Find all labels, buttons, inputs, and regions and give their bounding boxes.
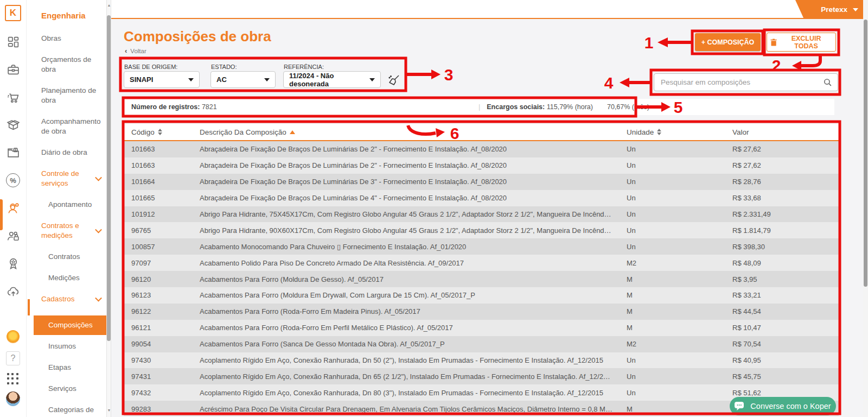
column-valor[interactable]: Valor — [732, 128, 839, 136]
table-row[interactable]: 101664 Abraçadeira De Fixação De Braços … — [124, 174, 839, 190]
annotation-number-2: 2 — [772, 56, 781, 74]
table-row[interactable]: 101663 Abraçadeira De Fixação De Braços … — [124, 157, 839, 174]
page-scrollbar-thumb[interactable] — [864, 20, 867, 287]
worker-icon[interactable] — [6, 201, 20, 215]
sidebar-item-contratos-medicoes[interactable]: Contratos e medições — [41, 221, 102, 241]
arrowhead — [620, 78, 629, 87]
table-row[interactable]: 96121 Acabamentos Para Forro (Roda-Forro… — [124, 320, 839, 336]
account-menu[interactable]: Pretexx — [795, 0, 868, 19]
sidebar-item-etapas[interactable]: Etapas — [48, 363, 102, 372]
cell-descricao: Acabamentos Para Forro (Moldura Em Drywa… — [200, 291, 627, 299]
folder-money-icon[interactable] — [6, 146, 20, 160]
encargos-hora: 115,79% (hora) — [547, 103, 593, 111]
column-codigo[interactable]: Código — [124, 128, 200, 136]
cell-codigo: 99054 — [124, 340, 200, 348]
sidebar-item-planejamento[interactable]: Planejamento de obra — [41, 86, 102, 105]
cell-codigo: 101912 — [124, 210, 200, 218]
back-link[interactable]: ‹Voltar — [125, 47, 146, 55]
table-row[interactable]: 99054 Acabamentos Para Forro (Sanca De G… — [124, 336, 839, 352]
sidebar-item-composicoes[interactable]: Composições — [34, 315, 106, 335]
sidebar-item-contratos[interactable]: Contratos — [48, 252, 102, 262]
cell-codigo: 101663 — [124, 161, 200, 169]
cell-descricao: Acoplamento Rígido Em Aço, Conexão Ranhu… — [200, 389, 627, 397]
filter-base-select[interactable]: SINAPI — [124, 71, 200, 88]
filter-estado-value: AC — [216, 75, 227, 84]
table-row[interactable]: 97430 Acoplamento Rígido Em Aço, Conexão… — [124, 352, 839, 369]
table-row[interactable]: 96123 Acabamentos Para Forro (Moldura Em… — [124, 287, 839, 304]
sidebar-scrollbar-thumb[interactable] — [107, 15, 111, 341]
table-body: 101663 Abraçadeira De Fixação De Braços … — [124, 141, 839, 416]
sidebar-item-acompanhamento[interactable]: Acompanhamento de obra — [41, 117, 102, 136]
delete-all-button[interactable]: EXCLUIR TODAS — [767, 33, 836, 52]
sidebar-item-label: Controle de serviços — [41, 169, 79, 187]
clean-filters-icon[interactable] — [385, 72, 401, 89]
sidebar-item-label: Cadastros — [41, 295, 75, 303]
table-row[interactable]: 101665 Abraçadeira De Fixação De Braços … — [124, 190, 839, 206]
chevron-left-icon: ‹ — [125, 47, 127, 55]
composicoes-table: Código Descrição Da Composição Unidade V… — [124, 124, 839, 416]
cell-descricao: Acoplamento Rígido Em Aço, Conexão Ranhu… — [200, 356, 627, 364]
cart-icon[interactable] — [6, 90, 20, 104]
table-row[interactable]: 100857 Acabamento Monocomando Para Chuve… — [124, 238, 839, 255]
percent-icon[interactable]: % — [6, 173, 20, 187]
cell-descricao: Abraçadeira De Fixação De Braços De Lumi… — [200, 178, 627, 186]
search-input[interactable] — [660, 78, 823, 87]
scroll-up-arrow[interactable]: ▲ — [107, 3, 111, 7]
sidebar: Engenharia Obras Orçamentos de obra Plan… — [26, 0, 106, 417]
sidebar-item-insumos[interactable]: Insumos — [48, 342, 102, 351]
cell-valor: R$ 33,21 — [732, 291, 839, 299]
cell-unidade: Un — [627, 161, 732, 169]
filter-estado-label: ESTADO: — [211, 64, 237, 70]
chevron-down-icon — [95, 226, 102, 233]
sidebar-item-medicoes[interactable]: Medições — [48, 273, 102, 283]
sun-icon[interactable] — [6, 330, 20, 344]
table-row[interactable]: 101663 Abraçadeira De Fixação De Braços … — [124, 141, 839, 157]
table-row[interactable]: 96122 Acabamentos Para Forro (Roda-Forro… — [124, 304, 839, 320]
cell-valor: R$ 27,62 — [732, 145, 839, 153]
help-icon[interactable]: ? — [6, 351, 20, 365]
apps-grid-icon[interactable] — [6, 372, 20, 386]
registros-value: 7821 — [202, 103, 217, 111]
cell-codigo: 96123 — [124, 291, 200, 299]
column-label: Código — [131, 128, 155, 136]
cell-unidade: M — [627, 405, 732, 413]
cell-unidade: Un — [627, 210, 732, 218]
add-composicao-button[interactable]: + COMPOSIÇÃO — [695, 33, 761, 51]
table-row[interactable]: 101912 Abrigo Para Hidrante, 75X45X17Cm,… — [124, 206, 839, 223]
cell-unidade: Un — [627, 194, 732, 202]
cloud-upload-icon[interactable] — [6, 284, 20, 298]
table-row[interactable]: 96120 Acabamentos Para Forro (Moldura De… — [124, 271, 839, 287]
briefcase-icon[interactable] — [6, 62, 20, 77]
chat-koper-button[interactable]: Converse com o Koper — [730, 397, 836, 415]
sidebar-item-diario[interactable]: Diário de obra — [41, 148, 102, 157]
search-icon[interactable] — [823, 78, 832, 87]
sidebar-item-apontamento[interactable]: Apontamento — [48, 200, 102, 210]
award-icon[interactable] — [6, 256, 20, 270]
encargos-label: Encargos sociais: — [487, 103, 545, 111]
cell-valor: R$ 33,68 — [732, 194, 839, 202]
sidebar-item-cadastros[interactable]: Cadastros — [41, 294, 102, 304]
cell-codigo: 101664 — [124, 178, 200, 186]
table-row[interactable]: 97432 Acoplamento Rígido Em Aço, Conexão… — [124, 384, 839, 401]
sidebar-item-obras[interactable]: Obras — [41, 34, 102, 43]
status-bar: Número de registros: 7821 | Encargos soc… — [124, 99, 834, 115]
sidebar-item-controle-servicos[interactable]: Controle de serviços — [41, 169, 102, 188]
column-descricao[interactable]: Descrição Da Composição — [200, 128, 627, 136]
cell-unidade: Un — [627, 243, 732, 251]
app-logo[interactable]: K — [5, 5, 21, 21]
table-row[interactable]: 97431 Acoplamento Rígido Em Aço, Conexão… — [124, 368, 839, 384]
sidebar-item-categorias-servicos[interactable]: Categorias de serviços — [48, 405, 102, 417]
table-row[interactable]: 97097 Acabamento Polido Para Piso De Con… — [124, 255, 839, 271]
filter-estado-select[interactable]: AC — [210, 71, 276, 88]
team-lock-icon[interactable] — [6, 229, 20, 243]
app-page: K % ? — [0, 0, 868, 417]
filter-referencia-select[interactable]: 11/2024 - Não desonerada — [283, 71, 381, 88]
table-row[interactable]: 96765 Abrigo Para Hidrante, 90X60X17Cm, … — [124, 222, 839, 238]
column-unidade[interactable]: Unidade — [627, 128, 732, 136]
dashboard-icon[interactable] — [6, 35, 20, 49]
avatar[interactable] — [6, 391, 20, 406]
package-icon[interactable] — [6, 118, 20, 132]
sidebar-item-orcamentos[interactable]: Orçamentos de obra — [41, 55, 102, 74]
scroll-down-arrow[interactable]: ▼ — [107, 408, 111, 412]
sidebar-item-servicos[interactable]: Serviços — [48, 384, 102, 394]
